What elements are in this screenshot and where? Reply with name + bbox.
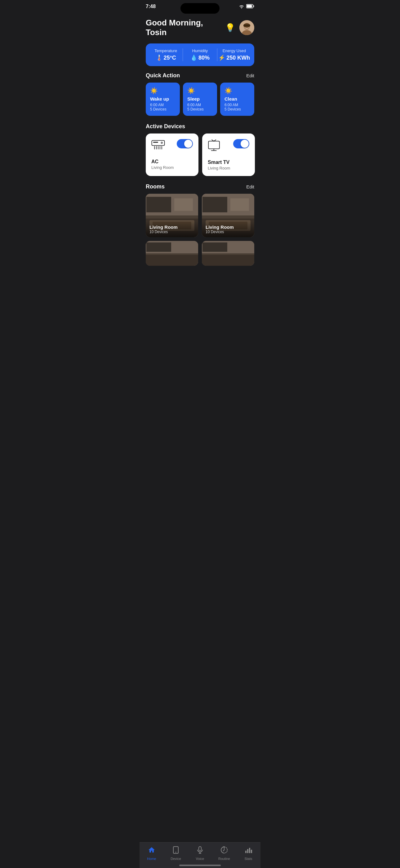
sleep-icon: ☀️ — [187, 87, 213, 94]
svg-point-11 — [161, 142, 163, 144]
device-card-ac-top — [151, 139, 193, 152]
svg-rect-32 — [230, 198, 249, 211]
svg-rect-25 — [174, 198, 193, 211]
battery-icon — [246, 4, 254, 9]
room-devices-1: 10 Devices — [149, 230, 194, 234]
clean-time: 6:00 AM — [225, 103, 250, 107]
droplet-icon: 💧 — [190, 54, 197, 61]
room-bg-1: Living Room 10 Devices — [146, 194, 198, 237]
stat-energy-label: Energy Used — [218, 49, 251, 53]
action-card-sleep[interactable]: ☀️ Sleep 6:00 AM 5 Devices — [183, 83, 217, 116]
room-bg-3 — [146, 241, 198, 266]
clean-icon: ☀️ — [225, 87, 250, 94]
sleep-devices: 5 Devices — [187, 107, 213, 112]
status-icons — [239, 4, 254, 9]
tv-name: Smart TV — [208, 160, 249, 165]
sleep-title: Sleep — [187, 96, 213, 101]
rooms-grid: Living Room 10 Devices Living Room — [139, 194, 261, 266]
greeting-text: Good Morning, Tosin — [146, 18, 225, 37]
active-devices-header: Active Devices — [139, 123, 261, 133]
ac-toggle[interactable] — [177, 139, 193, 148]
header-actions: 💡 — [225, 20, 254, 35]
wakeup-time: 6:00 AM — [150, 103, 175, 107]
devices-scroll: AC Living Room Smart TV Living Room — [139, 133, 261, 176]
tv-icon — [208, 139, 220, 152]
quick-action-edit[interactable]: Edit — [246, 73, 254, 78]
quick-action-title: Quick Action — [146, 72, 180, 79]
wakeup-devices: 5 Devices — [150, 107, 175, 112]
svg-rect-2 — [247, 5, 252, 7]
avatar-image — [239, 20, 254, 35]
svg-rect-38 — [146, 243, 171, 252]
svg-rect-1 — [253, 5, 254, 7]
room-overlay-1: Living Room 10 Devices — [146, 221, 198, 237]
room-name-2: Living Room — [206, 224, 251, 230]
device-card-ac[interactable]: AC Living Room — [146, 133, 198, 176]
rooms-edit[interactable]: Edit — [246, 184, 254, 189]
stat-energy-value: ⚡ 250 KWh — [218, 54, 251, 61]
stat-humidity-value: 💧 80% — [183, 54, 217, 61]
svg-rect-43 — [202, 255, 254, 266]
svg-rect-31 — [202, 197, 227, 212]
tv-location: Living Room — [208, 166, 249, 170]
avatar[interactable] — [239, 20, 254, 35]
quick-actions-list: ☀️ Wake up 6:00 AM 5 Devices ☀️ Sleep 6:… — [139, 83, 261, 123]
active-devices-section: Active Devices — [139, 123, 261, 183]
svg-rect-8 — [243, 25, 250, 26]
svg-rect-10 — [153, 142, 158, 143]
stat-humidity: Humidity 💧 80% — [182, 49, 217, 61]
wakeup-title: Wake up — [150, 96, 175, 101]
energy-icon: ⚡ — [218, 54, 225, 61]
rooms-header: Rooms Edit — [139, 183, 261, 194]
clean-devices: 5 Devices — [225, 107, 250, 112]
status-time: 7:48 — [146, 4, 156, 9]
rooms-title: Rooms — [146, 183, 165, 190]
stat-temperature-value: 🌡️ 25°C — [149, 54, 182, 61]
ac-location: Living Room — [151, 165, 193, 170]
sleep-time: 6:00 AM — [187, 103, 213, 107]
action-card-clean[interactable]: ☀️ Clean 6:00 AM 5 Devices — [220, 83, 254, 116]
quick-action-header: Quick Action Edit — [139, 72, 261, 83]
stat-temperature: Temperature 🌡️ 25°C — [149, 49, 182, 61]
svg-rect-39 — [146, 255, 198, 266]
header: Good Morning, Tosin 💡 — [139, 12, 261, 40]
bulb-icon[interactable]: 💡 — [225, 23, 235, 33]
ac-icon — [151, 139, 165, 152]
rooms-section: Rooms Edit Living Room 10 Devices — [139, 183, 261, 290]
wifi-icon — [239, 4, 244, 9]
device-card-tv[interactable]: Smart TV Living Room — [202, 133, 255, 176]
clean-title: Clean — [225, 96, 250, 101]
dynamic-island — [180, 3, 220, 14]
room-name-1: Living Room — [149, 224, 194, 230]
room-card-1[interactable]: Living Room 10 Devices — [146, 194, 198, 237]
room-card-2[interactable]: Living Room 10 Devices — [202, 194, 254, 237]
active-devices-title: Active Devices — [146, 123, 185, 130]
stat-energy: Energy Used ⚡ 250 KWh — [217, 49, 251, 61]
svg-rect-24 — [146, 197, 171, 212]
room-card-3[interactable] — [146, 241, 198, 266]
room-bg-2: Living Room 10 Devices — [202, 194, 254, 237]
action-card-wakeup[interactable]: ☀️ Wake up 6:00 AM 5 Devices — [146, 83, 180, 116]
room-bg-4 — [202, 241, 254, 266]
room-card-4[interactable] — [202, 241, 254, 266]
stats-banner: Temperature 🌡️ 25°C Humidity 💧 80% Energ… — [146, 43, 254, 66]
room-overlay-2: Living Room 10 Devices — [202, 221, 254, 237]
tv-toggle[interactable] — [233, 139, 249, 148]
thermometer-icon: 🌡️ — [156, 54, 163, 61]
room-devices-2: 10 Devices — [206, 230, 251, 234]
wakeup-icon: ☀️ — [150, 87, 175, 94]
ac-name: AC — [151, 159, 193, 164]
device-card-tv-top — [208, 139, 249, 152]
svg-rect-42 — [202, 243, 227, 252]
svg-rect-17 — [208, 141, 220, 149]
stat-temperature-label: Temperature — [149, 49, 182, 53]
stat-humidity-label: Humidity — [183, 49, 217, 53]
